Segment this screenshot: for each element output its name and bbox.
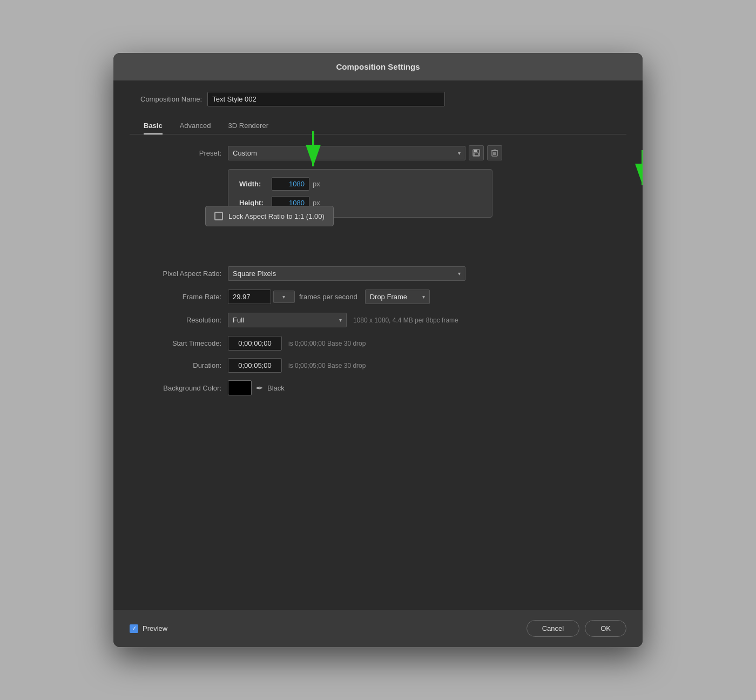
trash-icon — [491, 149, 498, 157]
wh-wrapper: Width: px Height: px — [135, 169, 626, 218]
resolution-label: Resolution: — [135, 316, 221, 324]
green-arrow-2-icon — [626, 147, 643, 191]
start-timecode-label: Start Timecode: — [135, 339, 221, 347]
floppy-icon — [473, 149, 480, 157]
fps-label: frames per second — [299, 293, 357, 301]
preset-value: Custom — [233, 149, 257, 157]
preset-delete-button[interactable] — [487, 145, 502, 160]
dialog-body: Composition Name: Basic Advanced 3D Rend… — [113, 81, 643, 609]
preset-chevron-icon: ▾ — [458, 150, 461, 156]
resolution-row: Resolution: Full ▾ 1080 x 1080, 4.4 MB p… — [135, 313, 626, 327]
start-timecode-input[interactable] — [228, 336, 282, 351]
bg-color-row: Background Color: ✒ Black — [135, 380, 626, 395]
pixel-aspect-label: Pixel Aspect Ratio: — [135, 270, 221, 278]
tab-3d-renderer[interactable]: 3D Renderer — [220, 117, 277, 134]
pixel-aspect-chevron-icon: ▾ — [458, 271, 461, 277]
dialog-window: Composition Settings Composition Name: B… — [113, 53, 643, 647]
frame-rate-label: Frame Rate: — [135, 293, 221, 301]
tab-advanced[interactable]: Advanced — [171, 117, 220, 134]
frame-rate-input[interactable] — [228, 290, 271, 304]
footer-buttons: Cancel OK — [526, 620, 626, 637]
duration-label: Duration: — [135, 361, 221, 369]
resolution-info: 1080 x 1080, 4.4 MB per 8bpc frame — [353, 317, 458, 324]
resolution-dropdown[interactable]: Full ▾ — [228, 313, 347, 327]
frame-rate-row: Frame Rate: ▾ frames per second Drop Fra… — [135, 290, 626, 304]
tab-basic[interactable]: Basic — [135, 117, 171, 134]
pixel-aspect-dropdown[interactable]: Square Pixels ▾ — [228, 266, 465, 281]
duration-row: Duration: is 0;00;05;00 Base 30 drop — [135, 358, 626, 373]
drop-frame-dropdown[interactable]: Drop Frame ▾ — [365, 290, 430, 304]
pixel-aspect-value: Square Pixels — [233, 270, 276, 278]
lock-aspect-text: Lock Aspect Ratio to 1:1 (1.00) — [228, 212, 325, 220]
preset-dropdown[interactable]: Custom ▾ — [228, 146, 465, 160]
bg-color-swatch[interactable] — [228, 380, 252, 395]
duration-info: is 0;00;05;00 Base 30 drop — [288, 362, 366, 369]
preview-row: ✓ Preview — [130, 624, 167, 633]
cancel-button[interactable]: Cancel — [526, 620, 579, 637]
lock-aspect-tooltip: Lock Aspect Ratio to 1:1 (1.00) — [205, 206, 334, 226]
comp-name-row: Composition Name: — [130, 92, 626, 106]
comp-name-input[interactable] — [207, 92, 445, 106]
comp-name-label: Composition Name: — [140, 95, 202, 103]
title-bar: Composition Settings — [113, 53, 643, 81]
duration-input[interactable] — [228, 358, 282, 373]
lock-aspect-checkbox[interactable] — [214, 212, 223, 220]
preset-row: Preset: Custom ▾ — [135, 145, 626, 160]
arrow-2-container — [626, 147, 643, 193]
frame-rate-dropdown[interactable]: ▾ — [273, 291, 295, 303]
footer: ✓ Preview Cancel OK — [113, 609, 643, 647]
preset-label: Preset: — [135, 149, 221, 157]
width-row: Width: px — [239, 177, 481, 191]
basic-tab-content: Preset: Custom ▾ — [130, 145, 626, 395]
frame-rate-chevron-icon: ▾ — [282, 294, 285, 300]
width-unit: px — [313, 180, 320, 188]
svg-rect-2 — [474, 153, 478, 156]
drop-frame-value: Drop Frame — [370, 293, 407, 301]
start-timecode-row: Start Timecode: is 0;00;00;00 Base 30 dr… — [135, 336, 626, 351]
preview-label: Preview — [143, 624, 167, 632]
preview-checkbox[interactable]: ✓ — [130, 624, 138, 633]
eyedropper-icon[interactable]: ✒ — [256, 383, 263, 393]
start-timecode-info: is 0;00;00;00 Base 30 drop — [288, 340, 366, 347]
svg-rect-1 — [474, 150, 477, 152]
preset-save-button[interactable] — [469, 145, 484, 160]
width-input[interactable] — [272, 177, 309, 191]
tabs-row: Basic Advanced 3D Renderer — [130, 117, 626, 134]
drop-frame-chevron-icon: ▾ — [422, 294, 425, 300]
dialog-title: Composition Settings — [336, 62, 420, 71]
resolution-chevron-icon: ▾ — [339, 317, 342, 323]
ok-button[interactable]: OK — [585, 620, 626, 637]
bg-color-label: Background Color: — [135, 384, 221, 392]
width-label: Width: — [239, 180, 272, 188]
bg-color-name: Black — [267, 384, 285, 392]
pixel-aspect-row: Pixel Aspect Ratio: Square Pixels ▾ — [135, 266, 626, 281]
resolution-value: Full — [233, 316, 244, 324]
